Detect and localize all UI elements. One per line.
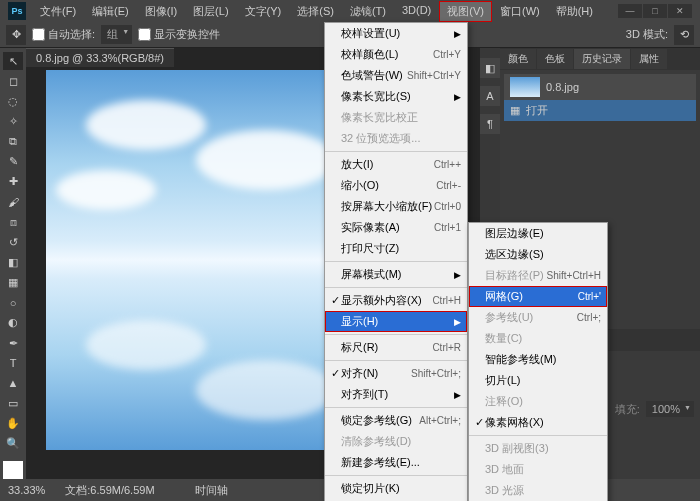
- menu-item[interactable]: 锁定切片(K): [325, 478, 467, 499]
- menu-item-8[interactable]: 视图(V): [439, 1, 492, 22]
- foreground-color[interactable]: [3, 461, 23, 479]
- menu-item-10[interactable]: 帮助(H): [548, 1, 601, 22]
- hand-tool[interactable]: ✋: [3, 415, 23, 433]
- history-folder-icon: ▦: [510, 104, 520, 117]
- tool-strip: ↖ ◻ ◌ ✧ ⧉ ✎ ✚ 🖌 ⧈ ↺ ◧ ▦ ○ ◐ ✒ T ▲ ▭ ✋ 🔍: [0, 48, 26, 479]
- blur-tool[interactable]: ○: [3, 294, 23, 312]
- gradient-tool[interactable]: ▦: [3, 274, 23, 292]
- stamp-tool[interactable]: ⧈: [3, 213, 23, 231]
- shape-tool[interactable]: ▭: [3, 394, 23, 412]
- zoom-level[interactable]: 33.33%: [8, 484, 45, 496]
- main-menus: 文件(F)编辑(E)图像(I)图层(L)文字(Y)选择(S)滤镜(T)3D(D)…: [32, 1, 601, 22]
- menu-item-7[interactable]: 3D(D): [394, 1, 439, 22]
- menu-item[interactable]: 智能参考线(M): [469, 349, 607, 370]
- auto-select-dropdown[interactable]: 组: [101, 25, 132, 44]
- menu-item[interactable]: 校样颜色(L)Ctrl+Y: [325, 44, 467, 65]
- panel-tab[interactable]: 颜色: [500, 49, 536, 69]
- menu-item[interactable]: 对齐到(T)▶: [325, 384, 467, 405]
- menu-item[interactable]: ✓显示额外内容(X)Ctrl+H: [325, 290, 467, 311]
- dodge-tool[interactable]: ◐: [3, 314, 23, 332]
- auto-select-label: 自动选择:: [48, 27, 95, 42]
- menu-separator: [325, 475, 467, 476]
- menu-item-2[interactable]: 图像(I): [137, 1, 185, 22]
- history-doc-row[interactable]: 0.8.jpg: [504, 74, 696, 100]
- crop-tool[interactable]: ⧉: [3, 133, 23, 151]
- history-brush-tool[interactable]: ↺: [3, 233, 23, 251]
- close-button[interactable]: ✕: [668, 4, 692, 18]
- app-logo: Ps: [8, 2, 26, 20]
- menu-item[interactable]: 放大(I)Ctrl++: [325, 154, 467, 175]
- menu-item: 像素长宽比校正: [325, 107, 467, 128]
- menu-item[interactable]: 屏幕模式(M)▶: [325, 264, 467, 285]
- pen-tool[interactable]: ✒: [3, 334, 23, 352]
- panel-tab[interactable]: 历史记录: [574, 49, 630, 69]
- show-transform-checkbox[interactable]: [138, 28, 151, 41]
- fill-value[interactable]: 100%: [646, 401, 694, 417]
- menu-item[interactable]: 校样设置(U)▶: [325, 23, 467, 44]
- canvas[interactable]: [46, 70, 340, 450]
- menu-separator: [325, 287, 467, 288]
- menu-item: 3D 光源: [469, 480, 607, 501]
- menu-item-3[interactable]: 图层(L): [185, 1, 236, 22]
- menu-item[interactable]: 缩小(O)Ctrl+-: [325, 175, 467, 196]
- timeline-label[interactable]: 时间轴: [195, 483, 228, 498]
- menu-item[interactable]: 锁定参考线(G)Alt+Ctrl+;: [325, 410, 467, 431]
- menu-item-9[interactable]: 窗口(W): [492, 1, 548, 22]
- eraser-tool[interactable]: ◧: [3, 253, 23, 271]
- menu-item: 注释(O): [469, 391, 607, 412]
- auto-select-check[interactable]: 自动选择:: [32, 27, 95, 42]
- menu-item[interactable]: 新建参考线(E)...: [325, 452, 467, 473]
- menu-item: 3D 副视图(3): [469, 438, 607, 459]
- menu-item[interactable]: 像素长宽比(S)▶: [325, 86, 467, 107]
- menu-item[interactable]: 选区边缘(S): [469, 244, 607, 265]
- threed-mode-label: 3D 模式:: [626, 27, 668, 42]
- panel-tab[interactable]: 属性: [631, 49, 667, 69]
- doc-info[interactable]: 文档:6.59M/6.59M: [65, 483, 154, 498]
- history-step-row[interactable]: ▦ 打开: [504, 100, 696, 121]
- zoom-tool[interactable]: 🔍: [3, 435, 23, 453]
- menu-item[interactable]: 打印尺寸(Z): [325, 238, 467, 259]
- maximize-button[interactable]: □: [643, 4, 667, 18]
- document-tab[interactable]: 0.8.jpg @ 33.3%(RGB/8#): [26, 48, 174, 67]
- menu-item: 目标路径(P)Shift+Ctrl+H: [469, 265, 607, 286]
- show-submenu: 图层边缘(E)选区边缘(S)目标路径(P)Shift+Ctrl+H网格(G)Ct…: [468, 222, 608, 501]
- eyedropper-tool[interactable]: ✎: [3, 153, 23, 171]
- auto-select-checkbox[interactable]: [32, 28, 45, 41]
- lasso-tool[interactable]: ◌: [3, 92, 23, 110]
- panel-icon-1[interactable]: ◧: [480, 58, 500, 78]
- menu-item[interactable]: ✓像素网格(X): [469, 412, 607, 433]
- menu-item[interactable]: 图层边缘(E): [469, 223, 607, 244]
- menu-item[interactable]: 标尺(R)Ctrl+R: [325, 337, 467, 358]
- menu-separator: [325, 334, 467, 335]
- menu-item-5[interactable]: 选择(S): [289, 1, 342, 22]
- minimize-button[interactable]: —: [618, 4, 642, 18]
- move-tool[interactable]: ↖: [3, 52, 23, 70]
- menu-item[interactable]: 网格(G)Ctrl+': [469, 286, 607, 307]
- para-panel-icon[interactable]: ¶: [480, 114, 500, 134]
- menu-item[interactable]: 切片(L): [469, 370, 607, 391]
- menu-item: 数量(C): [469, 328, 607, 349]
- type-tool[interactable]: T: [3, 354, 23, 372]
- menu-item[interactable]: ✓对齐(N)Shift+Ctrl+;: [325, 363, 467, 384]
- wand-tool[interactable]: ✧: [3, 112, 23, 130]
- menu-item[interactable]: 显示(H)▶: [325, 311, 467, 332]
- menu-item[interactable]: 按屏幕大小缩放(F)Ctrl+0: [325, 196, 467, 217]
- brush-tool[interactable]: 🖌: [3, 193, 23, 211]
- char-panel-icon[interactable]: A: [480, 86, 500, 106]
- menu-item-0[interactable]: 文件(F): [32, 1, 84, 22]
- menu-bar: Ps 文件(F)编辑(E)图像(I)图层(L)文字(Y)选择(S)滤镜(T)3D…: [0, 0, 700, 22]
- fill-label: 填充:: [615, 402, 640, 417]
- threed-orbit-icon[interactable]: ⟲: [674, 25, 694, 45]
- marquee-tool[interactable]: ◻: [3, 72, 23, 90]
- show-transform-check[interactable]: 显示变换控件: [138, 27, 220, 42]
- menu-item[interactable]: 色域警告(W)Shift+Ctrl+Y: [325, 65, 467, 86]
- menu-item-1[interactable]: 编辑(E): [84, 1, 137, 22]
- panel-tab[interactable]: 色板: [537, 49, 573, 69]
- menu-item[interactable]: 实际像素(A)Ctrl+1: [325, 217, 467, 238]
- path-select-tool[interactable]: ▲: [3, 374, 23, 392]
- history-doc-name: 0.8.jpg: [546, 81, 579, 93]
- heal-tool[interactable]: ✚: [3, 173, 23, 191]
- menu-item: 清除参考线(D): [325, 431, 467, 452]
- menu-item-4[interactable]: 文字(Y): [237, 1, 290, 22]
- menu-item-6[interactable]: 滤镜(T): [342, 1, 394, 22]
